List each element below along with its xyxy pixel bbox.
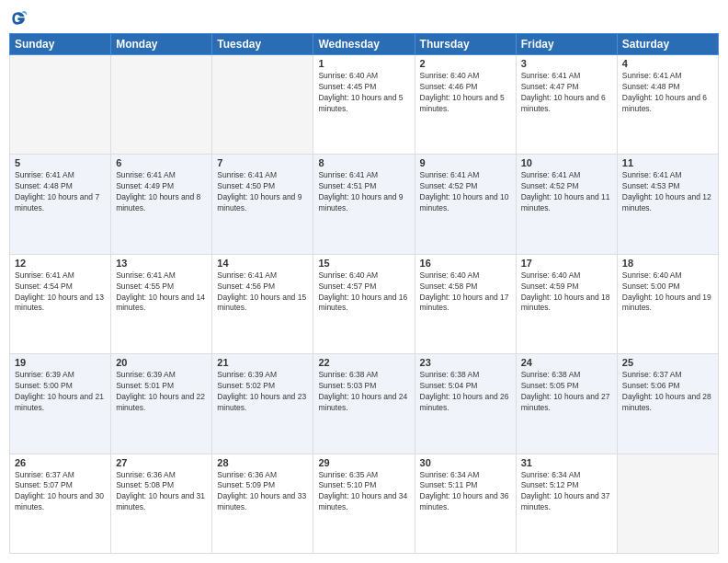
weekday-header-tuesday: Tuesday bbox=[212, 34, 313, 55]
calendar-cell: 10Sunrise: 6:41 AMSunset: 4:52 PMDayligh… bbox=[516, 155, 617, 254]
day-info: Sunrise: 6:38 AMSunset: 5:05 PMDaylight:… bbox=[521, 370, 612, 414]
day-info: Sunrise: 6:41 AMSunset: 4:48 PMDaylight:… bbox=[622, 71, 713, 115]
day-number: 29 bbox=[318, 457, 409, 468]
day-info: Sunrise: 6:36 AMSunset: 5:09 PMDaylight:… bbox=[217, 470, 308, 514]
day-info: Sunrise: 6:36 AMSunset: 5:08 PMDaylight:… bbox=[116, 470, 207, 514]
calendar-cell: 4Sunrise: 6:41 AMSunset: 4:48 PMDaylight… bbox=[617, 55, 718, 155]
calendar-cell: 15Sunrise: 6:40 AMSunset: 4:57 PMDayligh… bbox=[313, 254, 415, 353]
day-number: 21 bbox=[217, 357, 308, 368]
day-number: 3 bbox=[521, 58, 612, 69]
day-number: 10 bbox=[521, 157, 612, 168]
calendar-cell: 14Sunrise: 6:41 AMSunset: 4:56 PMDayligh… bbox=[212, 254, 313, 353]
day-info: Sunrise: 6:41 AMSunset: 4:52 PMDaylight:… bbox=[521, 170, 612, 214]
calendar-cell: 13Sunrise: 6:41 AMSunset: 4:55 PMDayligh… bbox=[111, 254, 212, 353]
day-number: 31 bbox=[521, 457, 612, 468]
day-number: 5 bbox=[15, 157, 106, 168]
calendar-table: SundayMondayTuesdayWednesdayThursdayFrid… bbox=[9, 33, 719, 554]
day-info: Sunrise: 6:41 AMSunset: 4:49 PMDaylight:… bbox=[116, 170, 207, 214]
day-number: 18 bbox=[622, 258, 713, 269]
weekday-header-friday: Friday bbox=[516, 34, 617, 55]
day-number: 17 bbox=[521, 258, 612, 269]
calendar-week-row: 26Sunrise: 6:37 AMSunset: 5:07 PMDayligh… bbox=[10, 454, 719, 553]
day-info: Sunrise: 6:41 AMSunset: 4:54 PMDaylight:… bbox=[15, 270, 106, 315]
day-info: Sunrise: 6:38 AMSunset: 5:04 PMDaylight:… bbox=[420, 370, 511, 414]
day-info: Sunrise: 6:34 AMSunset: 5:11 PMDaylight:… bbox=[420, 470, 511, 514]
day-info: Sunrise: 6:41 AMSunset: 4:48 PMDaylight:… bbox=[15, 170, 106, 214]
calendar-cell: 11Sunrise: 6:41 AMSunset: 4:53 PMDayligh… bbox=[617, 155, 718, 254]
day-info: Sunrise: 6:34 AMSunset: 5:12 PMDaylight:… bbox=[521, 470, 612, 514]
calendar-cell: 19Sunrise: 6:39 AMSunset: 5:00 PMDayligh… bbox=[10, 354, 111, 454]
day-info: Sunrise: 6:40 AMSunset: 4:46 PMDaylight:… bbox=[420, 71, 511, 115]
day-number: 14 bbox=[217, 258, 308, 269]
day-number: 7 bbox=[217, 157, 308, 168]
calendar-cell: 21Sunrise: 6:39 AMSunset: 5:02 PMDayligh… bbox=[212, 354, 313, 454]
weekday-header-wednesday: Wednesday bbox=[313, 34, 415, 55]
day-info: Sunrise: 6:39 AMSunset: 5:02 PMDaylight:… bbox=[217, 370, 308, 414]
day-number: 8 bbox=[318, 157, 409, 168]
calendar-cell: 20Sunrise: 6:39 AMSunset: 5:01 PMDayligh… bbox=[111, 354, 212, 454]
calendar-cell: 29Sunrise: 6:35 AMSunset: 5:10 PMDayligh… bbox=[313, 454, 415, 553]
calendar-cell: 28Sunrise: 6:36 AMSunset: 5:09 PMDayligh… bbox=[212, 454, 313, 553]
day-info: Sunrise: 6:39 AMSunset: 5:01 PMDaylight:… bbox=[116, 370, 207, 414]
calendar-cell: 5Sunrise: 6:41 AMSunset: 4:48 PMDaylight… bbox=[10, 155, 111, 254]
day-info: Sunrise: 6:40 AMSunset: 4:57 PMDaylight:… bbox=[318, 270, 409, 315]
day-number: 23 bbox=[420, 357, 511, 368]
day-number: 24 bbox=[521, 357, 612, 368]
day-number: 16 bbox=[420, 258, 511, 269]
weekday-header-monday: Monday bbox=[111, 34, 212, 55]
calendar-cell: 7Sunrise: 6:41 AMSunset: 4:50 PMDaylight… bbox=[212, 155, 313, 254]
day-number: 11 bbox=[622, 157, 713, 168]
calendar-cell: 12Sunrise: 6:41 AMSunset: 4:54 PMDayligh… bbox=[10, 254, 111, 353]
weekday-header-sunday: Sunday bbox=[10, 34, 111, 55]
day-info: Sunrise: 6:40 AMSunset: 5:00 PMDaylight:… bbox=[622, 270, 713, 315]
day-info: Sunrise: 6:41 AMSunset: 4:52 PMDaylight:… bbox=[420, 170, 511, 214]
header bbox=[9, 9, 719, 28]
calendar-cell: 27Sunrise: 6:36 AMSunset: 5:08 PMDayligh… bbox=[111, 454, 212, 553]
calendar-cell: 24Sunrise: 6:38 AMSunset: 5:05 PMDayligh… bbox=[516, 354, 617, 454]
logo-icon bbox=[9, 9, 28, 28]
day-info: Sunrise: 6:41 AMSunset: 4:51 PMDaylight:… bbox=[318, 170, 409, 214]
day-info: Sunrise: 6:35 AMSunset: 5:10 PMDaylight:… bbox=[318, 470, 409, 514]
calendar-cell: 31Sunrise: 6:34 AMSunset: 5:12 PMDayligh… bbox=[516, 454, 617, 553]
day-info: Sunrise: 6:39 AMSunset: 5:00 PMDaylight:… bbox=[15, 370, 106, 414]
calendar-cell: 25Sunrise: 6:37 AMSunset: 5:06 PMDayligh… bbox=[617, 354, 718, 454]
day-info: Sunrise: 6:37 AMSunset: 5:06 PMDaylight:… bbox=[622, 370, 713, 414]
calendar-cell: 17Sunrise: 6:40 AMSunset: 4:59 PMDayligh… bbox=[516, 254, 617, 353]
calendar-cell: 6Sunrise: 6:41 AMSunset: 4:49 PMDaylight… bbox=[111, 155, 212, 254]
calendar-week-row: 1Sunrise: 6:40 AMSunset: 4:45 PMDaylight… bbox=[10, 55, 719, 155]
day-info: Sunrise: 6:38 AMSunset: 5:03 PMDaylight:… bbox=[318, 370, 409, 414]
calendar-cell: 9Sunrise: 6:41 AMSunset: 4:52 PMDaylight… bbox=[415, 155, 516, 254]
calendar-cell bbox=[212, 55, 313, 155]
day-number: 22 bbox=[318, 357, 409, 368]
day-info: Sunrise: 6:41 AMSunset: 4:56 PMDaylight:… bbox=[217, 270, 308, 315]
day-number: 4 bbox=[622, 58, 713, 69]
day-number: 28 bbox=[217, 457, 308, 468]
calendar-week-row: 19Sunrise: 6:39 AMSunset: 5:00 PMDayligh… bbox=[10, 354, 719, 454]
day-number: 25 bbox=[622, 357, 713, 368]
day-number: 9 bbox=[420, 157, 511, 168]
calendar-cell bbox=[617, 454, 718, 553]
day-number: 13 bbox=[116, 258, 207, 269]
day-info: Sunrise: 6:41 AMSunset: 4:53 PMDaylight:… bbox=[622, 170, 713, 214]
day-info: Sunrise: 6:40 AMSunset: 4:58 PMDaylight:… bbox=[420, 270, 511, 315]
calendar-cell: 26Sunrise: 6:37 AMSunset: 5:07 PMDayligh… bbox=[10, 454, 111, 553]
day-number: 2 bbox=[420, 58, 511, 69]
day-number: 19 bbox=[15, 357, 106, 368]
page: SundayMondayTuesdayWednesdayThursdayFrid… bbox=[0, 0, 728, 563]
weekday-header-thursday: Thursday bbox=[415, 34, 516, 55]
calendar-cell: 8Sunrise: 6:41 AMSunset: 4:51 PMDaylight… bbox=[313, 155, 415, 254]
calendar-cell bbox=[111, 55, 212, 155]
day-number: 26 bbox=[15, 457, 106, 468]
calendar-week-row: 12Sunrise: 6:41 AMSunset: 4:54 PMDayligh… bbox=[10, 254, 719, 353]
weekday-header-saturday: Saturday bbox=[617, 34, 718, 55]
day-info: Sunrise: 6:41 AMSunset: 4:47 PMDaylight:… bbox=[521, 71, 612, 115]
day-number: 6 bbox=[116, 157, 207, 168]
day-info: Sunrise: 6:41 AMSunset: 4:55 PMDaylight:… bbox=[116, 270, 207, 315]
calendar-cell: 1Sunrise: 6:40 AMSunset: 4:45 PMDaylight… bbox=[313, 55, 415, 155]
day-number: 1 bbox=[318, 58, 409, 69]
day-info: Sunrise: 6:40 AMSunset: 4:59 PMDaylight:… bbox=[521, 270, 612, 315]
calendar-cell: 22Sunrise: 6:38 AMSunset: 5:03 PMDayligh… bbox=[313, 354, 415, 454]
calendar-cell: 3Sunrise: 6:41 AMSunset: 4:47 PMDaylight… bbox=[516, 55, 617, 155]
calendar-cell bbox=[10, 55, 111, 155]
calendar-cell: 30Sunrise: 6:34 AMSunset: 5:11 PMDayligh… bbox=[415, 454, 516, 553]
